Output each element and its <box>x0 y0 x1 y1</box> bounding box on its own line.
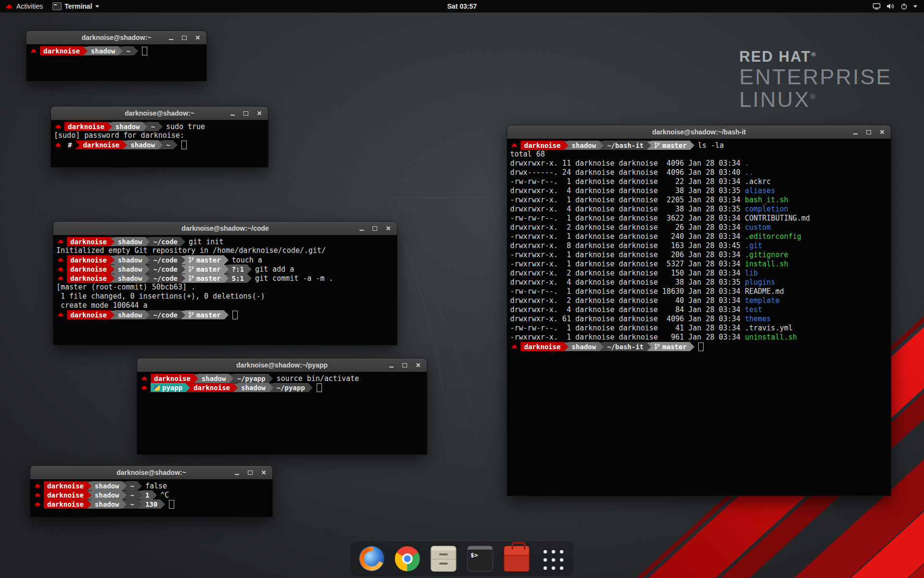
activities-button[interactable]: Activities <box>0 0 48 13</box>
file-meta: -rwxrwxr-x. 1 darknoise darknoise 206 Ja… <box>510 250 745 259</box>
terminal-cursor[interactable] <box>169 500 174 509</box>
powerline-separator <box>110 274 115 283</box>
prompt-segment-host: shadow <box>115 237 146 246</box>
terminal-icon <box>52 2 62 10</box>
prompt-segment-user: darknoise <box>40 46 83 55</box>
terminal-cursor[interactable] <box>232 311 238 319</box>
titlebar[interactable]: darknoise@shadow:~ <box>30 466 272 480</box>
prompt-segment-user: darknoise <box>67 255 110 264</box>
command-text: false <box>145 482 167 490</box>
minimize-button[interactable] <box>229 109 236 117</box>
maximize-button[interactable] <box>246 469 254 476</box>
file-name: bash_it.sh <box>745 196 788 204</box>
file-listing-line: drwxrwxr-x. 11 darknoise darknoise 4096 … <box>510 159 888 168</box>
prompt-line: darknoiseshadow~/codemastertouch a <box>56 255 394 264</box>
file-listing-line: -rw-rw-r--. 1 darknoise darknoise 18630 … <box>510 287 888 296</box>
firefox-icon[interactable] <box>359 546 385 571</box>
prompt-segment-user: darknoise <box>521 141 564 150</box>
activities-label: Activities <box>16 2 43 10</box>
maximize-button[interactable] <box>865 128 873 136</box>
chrome-icon[interactable] <box>395 546 420 571</box>
prompt-line: darknoiseshadow~/bash-itmaster <box>510 342 888 351</box>
redhat-prompt-icon <box>54 142 62 147</box>
terminal-cursor[interactable] <box>698 342 704 351</box>
titlebar[interactable]: darknoise@shadow:~ <box>51 106 268 120</box>
close-button[interactable] <box>878 128 886 136</box>
close-button[interactable] <box>414 361 422 369</box>
close-button[interactable] <box>385 224 392 232</box>
terminal-content[interactable]: darknoiseshadow~/bash-itmasterls -latota… <box>507 139 891 496</box>
file-name: .ackrc <box>745 177 771 186</box>
minimize-button[interactable] <box>233 469 241 476</box>
prompt-segment-git: master <box>185 274 224 283</box>
prompt-line: darknoiseshadow~false <box>33 481 270 490</box>
prompt-segment-user: darknoise <box>44 499 87 509</box>
file-meta: -rwxrwxr-x. 1 darknoise darknoise 5327 J… <box>510 260 745 268</box>
terminal-content[interactable]: darknoiseshadow~ <box>26 44 206 81</box>
powerline-separator <box>229 374 233 383</box>
close-button[interactable] <box>194 34 202 41</box>
maximize-button[interactable] <box>401 361 409 369</box>
git-branch-icon <box>189 257 194 263</box>
redhat-prompt-icon <box>30 48 38 53</box>
titlebar[interactable]: darknoise@shadow:~/pyapp <box>137 358 427 372</box>
terminal-window-bash-it[interactable]: darknoise@shadow:~/bash-it darknoiseshad… <box>507 125 891 496</box>
prompt-segment-exit: 130 <box>142 499 161 509</box>
powerline-separator <box>224 311 229 319</box>
maximize-button[interactable] <box>371 224 379 232</box>
terminal-window-sudo[interactable]: darknoise@shadow:~ darknoiseshadow~sudo … <box>51 106 269 168</box>
terminal-cursor[interactable] <box>142 47 147 55</box>
prompt-line: #darknoiseshadow~ <box>54 140 265 149</box>
powerline-separator <box>110 265 115 274</box>
prompt-segment-path: ~ <box>163 140 173 149</box>
powerline-separator <box>224 256 229 264</box>
file-name: .gitignore <box>745 250 788 259</box>
file-meta: drwxrwxr-x. 61 darknoise darknoise 4096 … <box>510 315 745 323</box>
app-menu-button[interactable]: Terminal <box>48 0 103 13</box>
app-grid-icon[interactable] <box>540 547 565 571</box>
terminal-content[interactable]: darknoiseshadow~/pyappsource bin/activat… <box>137 372 427 454</box>
minimize-button[interactable] <box>387 361 395 369</box>
terminal-content[interactable]: darknoiseshadow~/codegit initInitialized… <box>53 235 397 345</box>
close-button[interactable] <box>256 109 263 117</box>
maximize-button[interactable] <box>180 34 188 41</box>
file-name: .travis.yml <box>745 324 793 332</box>
titlebar[interactable]: darknoise@shadow:~/code <box>53 222 397 236</box>
terminal-content[interactable]: darknoiseshadow~falsedarknoiseshadow~1^C… <box>30 479 272 517</box>
powerline-separator <box>564 342 568 351</box>
system-status-area[interactable] <box>873 0 924 13</box>
toolbox-icon[interactable] <box>504 546 530 572</box>
terminal-window-home-1[interactable]: darknoise@shadow:~ darknoiseshadow~ <box>26 30 207 81</box>
close-button[interactable] <box>260 469 268 476</box>
prompt-segment-host: shadow <box>568 141 600 150</box>
prompt-segment-user: darknoise <box>67 310 110 319</box>
titlebar[interactable]: darknoise@shadow:~ <box>26 31 206 45</box>
file-name: completion <box>745 205 788 213</box>
terminal-window-code[interactable]: darknoise@shadow:~/code darknoiseshadow~… <box>53 221 398 345</box>
terminal-launcher-icon[interactable]: $> <box>467 546 493 572</box>
minimize-button[interactable] <box>851 128 859 136</box>
powerline-separator <box>158 122 163 131</box>
titlebar[interactable]: darknoise@shadow:~/bash-it <box>507 125 891 139</box>
prompt-segment-user: darknoise <box>67 274 110 283</box>
minimize-button[interactable] <box>358 224 365 232</box>
file-name: plugins <box>745 278 775 287</box>
redhat-prompt-icon <box>57 239 64 244</box>
terminal-output-line: total 68 <box>510 150 888 159</box>
files-icon[interactable] <box>431 546 457 572</box>
terminal-cursor[interactable] <box>181 141 187 149</box>
prompt-segment-git: master <box>185 255 224 264</box>
terminal-window-home-2[interactable]: darknoise@shadow:~ darknoiseshadow~false… <box>30 465 273 517</box>
powerline-separator <box>247 274 252 283</box>
terminal-cursor[interactable] <box>317 383 322 392</box>
clock[interactable]: Sat 03:57 <box>442 0 481 13</box>
powerline-separator <box>181 265 185 274</box>
prompt-segment-user: darknoise <box>521 342 564 351</box>
terminal-content[interactable]: darknoiseshadow~sudo true[sudo] password… <box>51 120 268 167</box>
maximize-button[interactable] <box>242 109 250 117</box>
git-branch-icon <box>189 312 194 318</box>
file-listing-line: drwxrwxr-x. 4 darknoise darknoise 38 Jan… <box>510 186 888 196</box>
minimize-button[interactable] <box>167 34 175 41</box>
terminal-window-pyapp[interactable]: darknoise@shadow:~/pyapp darknoiseshadow… <box>137 358 427 455</box>
prompt-segment-path: ~/code <box>150 274 181 283</box>
